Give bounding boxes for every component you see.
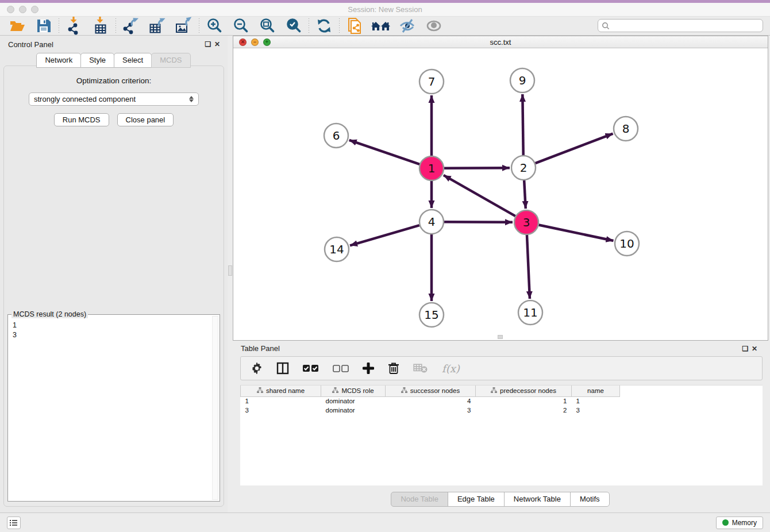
search-input[interactable] xyxy=(612,22,759,30)
import-network-icon[interactable] xyxy=(63,17,86,34)
style-eye-slash-icon[interactable] xyxy=(396,17,419,34)
result-line: 1 xyxy=(13,321,211,330)
close-table-panel-icon[interactable]: ✕ xyxy=(750,345,759,353)
import-table-icon[interactable] xyxy=(89,17,112,34)
open-folder-icon[interactable] xyxy=(6,17,29,34)
graph-edge-3-1[interactable] xyxy=(444,175,515,216)
memory-button[interactable]: Memory xyxy=(716,516,763,529)
column-header-successor-nodes[interactable]: successor nodes xyxy=(386,385,476,396)
graph-node-label: 2 xyxy=(520,161,528,175)
result-scrollbar[interactable] xyxy=(212,316,218,500)
table-row[interactable]: 1dominator411 xyxy=(241,396,620,406)
function-builder-icon[interactable]: f(x) xyxy=(442,363,460,375)
table-delete-icon[interactable] xyxy=(413,363,428,373)
tree-icon xyxy=(257,387,263,395)
network-minimize-button[interactable]: − xyxy=(251,38,259,46)
table-cell[interactable]: dominator xyxy=(321,396,386,406)
close-panel-icon[interactable]: ✕ xyxy=(213,40,222,48)
table-cell[interactable]: 2 xyxy=(476,406,572,415)
task-history-button[interactable] xyxy=(7,516,21,529)
clone-network-icon[interactable] xyxy=(343,17,366,34)
close-panel-button[interactable]: Close panel xyxy=(117,113,174,126)
canvas-resize-grip[interactable] xyxy=(498,335,503,339)
trash-icon[interactable] xyxy=(388,362,399,375)
table-row[interactable]: 3dominator323 xyxy=(241,406,620,415)
graph-node-label: 1 xyxy=(428,161,436,175)
memory-label: Memory xyxy=(732,519,757,527)
application-window: Session: New Session Control Panel ❏ ✕ N… xyxy=(0,0,770,532)
zoom-out-icon[interactable] xyxy=(229,17,252,34)
table-cell[interactable]: 1 xyxy=(241,396,321,406)
network-window-titlebar[interactable]: ✕ − + scc.txt xyxy=(233,36,768,48)
export-table-icon[interactable] xyxy=(146,17,169,34)
zoom-selected-icon[interactable] xyxy=(282,17,305,34)
mcds-panel: Optimization criterion: strongly connect… xyxy=(3,65,224,507)
mcds-result-box: MCDS result (2 nodes) 13 xyxy=(7,314,220,502)
split-table-icon[interactable] xyxy=(276,362,289,375)
graph-edge-2-3[interactable] xyxy=(524,180,526,209)
list-icon xyxy=(10,519,18,526)
float-panel-icon[interactable]: ❏ xyxy=(203,40,213,48)
table-cell[interactable]: 1 xyxy=(572,396,620,406)
table-cell[interactable]: 3 xyxy=(386,406,476,415)
refresh-layout-icon[interactable] xyxy=(313,17,336,34)
status-bar: Memory xyxy=(0,512,770,532)
network-canvas[interactable]: 7968124314101511 xyxy=(233,48,768,340)
plus-icon[interactable] xyxy=(363,363,374,374)
column-header-predecessor-nodes[interactable]: predecessor nodes xyxy=(476,385,572,396)
network-close-button[interactable]: ✕ xyxy=(239,38,247,46)
panel-splitter[interactable] xyxy=(228,36,233,512)
table-cell[interactable]: 4 xyxy=(386,396,476,406)
graph-node-label: 11 xyxy=(523,306,537,319)
graph-edge-3-11[interactable] xyxy=(527,235,530,299)
graph-edge-4-3[interactable] xyxy=(444,222,513,222)
table-cell[interactable]: 3 xyxy=(572,406,620,415)
tab-motifs[interactable]: Motifs xyxy=(570,492,610,507)
table-tabs-strip: Node TableEdge TableNetwork TableMotifs xyxy=(233,485,768,512)
export-image-icon[interactable] xyxy=(172,17,195,34)
table-cell[interactable]: dominator xyxy=(321,406,386,415)
search-box[interactable] xyxy=(598,19,763,32)
float-table-panel-icon[interactable]: ❏ xyxy=(741,345,750,353)
run-mcds-button[interactable]: Run MCDS xyxy=(54,113,109,126)
network-maximize-button[interactable]: + xyxy=(263,38,271,46)
tab-network[interactable]: Network xyxy=(36,53,81,68)
column-header-MCDS-role[interactable]: MCDS role xyxy=(321,385,386,396)
graph-node-label: 14 xyxy=(329,242,344,256)
table-cell[interactable]: 3 xyxy=(241,406,321,415)
tab-mcds[interactable]: MCDS xyxy=(151,53,190,68)
tab-edge-table[interactable]: Edge Table xyxy=(448,492,505,507)
checked-pair-icon[interactable] xyxy=(303,365,319,372)
graph-node-label: 15 xyxy=(424,308,438,322)
zoom-fit-icon[interactable] xyxy=(256,17,279,34)
export-network-icon[interactable] xyxy=(120,17,143,34)
graph-edge-4-14[interactable] xyxy=(350,225,419,245)
save-icon[interactable] xyxy=(32,17,55,34)
graph-edge-2-9[interactable] xyxy=(522,94,523,155)
network-window-title: scc.txt xyxy=(233,38,768,47)
graph-edge-2-8[interactable] xyxy=(536,134,613,164)
table-cell[interactable]: 1 xyxy=(476,396,572,406)
homes-icon[interactable] xyxy=(369,17,392,34)
titlebar[interactable]: Session: New Session xyxy=(0,3,770,16)
toolbar-separator xyxy=(199,18,199,33)
tab-style[interactable]: Style xyxy=(80,53,114,68)
tree-icon xyxy=(332,387,338,395)
graph-edge-1-6[interactable] xyxy=(349,140,419,164)
criterion-dropdown[interactable]: strongly connected component xyxy=(29,92,199,106)
visibility-eye-icon[interactable] xyxy=(422,17,445,34)
column-header-name[interactable]: name xyxy=(572,385,620,396)
graph-edge-3-10[interactable] xyxy=(539,225,614,241)
table-panel-title: Table Panel xyxy=(241,344,741,353)
tab-network-table[interactable]: Network Table xyxy=(504,492,571,507)
tab-node-table[interactable]: Node Table xyxy=(391,492,448,507)
unchecked-pair-icon[interactable] xyxy=(333,365,349,372)
memory-status-icon xyxy=(722,519,729,526)
splitter-grip[interactable] xyxy=(228,265,232,276)
graph-edge-1-2[interactable] xyxy=(444,168,510,168)
column-header-shared-name[interactable]: shared name xyxy=(241,385,321,396)
zoom-in-icon[interactable] xyxy=(203,17,226,34)
gear-icon[interactable] xyxy=(251,363,263,374)
graph-node-label: 9 xyxy=(519,74,526,87)
tab-select[interactable]: Select xyxy=(114,53,152,68)
